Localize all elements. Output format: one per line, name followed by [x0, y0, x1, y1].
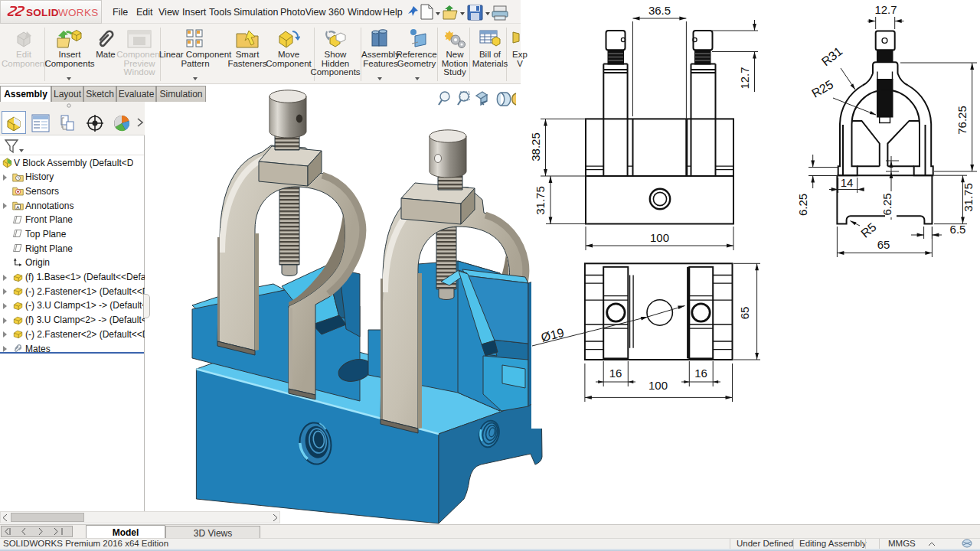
svg-text:76.25: 76.25	[956, 106, 969, 135]
svg-text:38.25: 38.25	[529, 132, 542, 161]
svg-text:65: 65	[738, 307, 751, 320]
svg-text:36.5: 36.5	[648, 4, 671, 17]
svg-text:14: 14	[841, 176, 854, 189]
svg-text:16: 16	[694, 367, 707, 380]
svg-text:65: 65	[877, 238, 890, 251]
svg-text:6.25: 6.25	[796, 194, 809, 216]
svg-text:16: 16	[609, 367, 622, 380]
svg-text:R5: R5	[858, 220, 879, 240]
svg-text:6.25: 6.25	[880, 193, 893, 215]
svg-text:Ø19: Ø19	[540, 326, 566, 344]
svg-text:12.7: 12.7	[874, 3, 897, 16]
svg-text:31.75: 31.75	[962, 183, 975, 212]
svg-text:12.7: 12.7	[738, 67, 751, 89]
svg-text:A: A	[16, 205, 19, 210]
svg-text:R31: R31	[819, 44, 845, 69]
svg-text:100: 100	[648, 379, 668, 392]
svg-text:100: 100	[650, 231, 669, 244]
svg-text:SOLID: SOLID	[26, 7, 59, 18]
svg-text:WORKS: WORKS	[58, 7, 99, 18]
svg-text:R25: R25	[809, 77, 835, 99]
svg-text:31.75: 31.75	[534, 186, 547, 215]
svg-text:6.5: 6.5	[950, 223, 966, 236]
